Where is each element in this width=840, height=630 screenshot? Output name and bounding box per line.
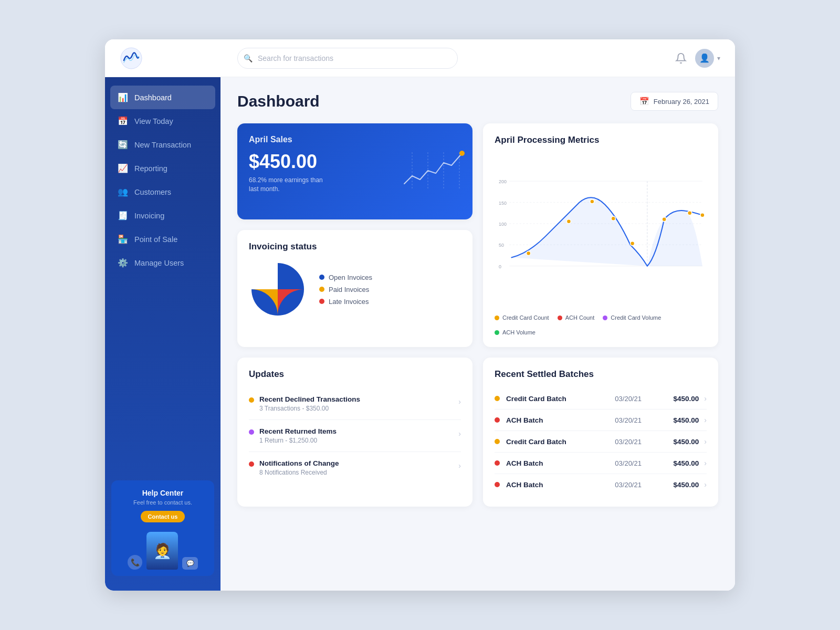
batch-date: 03/20/21 (615, 395, 657, 403)
sidebar-item-customers[interactable]: 👥 Customers (105, 180, 220, 204)
chevron-right-icon: › (704, 480, 707, 489)
sidebar-item-label: Manage Users (134, 259, 184, 267)
svg-text:0: 0 (499, 264, 501, 269)
search-icon: 🔍 (244, 54, 253, 62)
date-text: February 26, 2021 (654, 98, 709, 106)
chevron-right-icon: › (458, 429, 461, 438)
search-bar: 🔍 (237, 48, 458, 69)
chevron-right-icon: › (458, 397, 461, 406)
batch-name: ACH Batch (506, 481, 615, 489)
date-badge[interactable]: 📅 February 26, 2021 (631, 92, 718, 111)
batch-row[interactable]: Credit Card Batch 03/20/21 $450.00 › (495, 388, 707, 410)
chevron-right-icon: › (704, 416, 707, 424)
updates-title: Updates (249, 369, 461, 380)
batch-amount: $450.00 (657, 416, 699, 424)
sidebar-item-point-of-sale[interactable]: 🏪 Point of Sale (105, 227, 220, 251)
help-center-title: Help Center (118, 489, 208, 497)
update-item-returned[interactable]: Recent Returned Items 1 Return - $1,250.… (249, 420, 461, 452)
svg-point-18 (566, 219, 571, 224)
user-avatar-wrap[interactable]: 👤 ▾ (695, 49, 720, 68)
svg-point-22 (662, 217, 666, 222)
sidebar-item-label: Customers (134, 188, 171, 196)
sidebar-item-view-today[interactable]: 📅 View Today (105, 109, 220, 133)
update-title: Notifications of Change (259, 459, 339, 467)
invoicing-title: Invoicing status (249, 242, 461, 252)
batch-row[interactable]: ACH Batch 03/20/21 $450.00 › (495, 474, 707, 495)
batch-dot (495, 396, 500, 401)
update-left: Recent Returned Items 1 Return - $1,250.… (249, 427, 337, 444)
legend-credit-card-volume: Credit Card Volume (603, 314, 661, 321)
invoicing-body: Open Invoices Paid Invoices Late Invoice… (249, 260, 461, 318)
metrics-title: April Processing Metrics (495, 135, 707, 145)
processing-metrics-card: April Processing Metrics 200 150 100 50 … (483, 123, 718, 347)
batch-name: ACH Batch (506, 459, 615, 467)
april-sales-title: April Sales (249, 135, 461, 144)
avatar: 👤 (695, 49, 714, 68)
update-sub: 8 Notifications Received (259, 469, 339, 476)
sidebar-item-label: Invoicing (134, 212, 164, 220)
sidebar-item-manage-users[interactable]: ⚙️ Manage Users (105, 251, 220, 275)
search-input[interactable] (237, 48, 458, 69)
legend-ach-volume: ACH Volume (495, 329, 536, 335)
svg-point-21 (631, 242, 635, 246)
sidebar-item-dashboard[interactable]: 📊 Dashboard (110, 86, 215, 109)
update-item-declined[interactable]: Recent Declined Transactions 3 Transacti… (249, 388, 461, 420)
chevron-right-icon: › (458, 461, 461, 470)
pos-icon: 🏪 (118, 234, 128, 244)
reporting-icon: 📈 (118, 163, 128, 173)
sidebar: 📊 Dashboard 📅 View Today 🔄 New Transacti… (105, 77, 220, 591)
sidebar-item-new-transaction[interactable]: 🔄 New Transaction (105, 133, 220, 156)
legend-credit-card-count: Credit Card Count (495, 314, 549, 321)
batch-amount: $450.00 (657, 481, 699, 489)
april-sales-subtitle: 68.2% more earnings than last month. (249, 176, 333, 194)
chart-legend: Credit Card Count ACH Count Credit Card … (495, 314, 707, 335)
batch-row[interactable]: ACH Batch 03/20/21 $450.00 › (495, 410, 707, 431)
svg-text:150: 150 (499, 201, 507, 206)
updates-card: Updates Recent Declined Transactions 3 T… (237, 358, 472, 507)
updates-list: Recent Declined Transactions 3 Transacti… (249, 388, 461, 484)
help-illustration: 📞 🧑‍💼 💬 (118, 528, 208, 570)
app-container: 🔍 👤 ▾ 📊 Dashboard 📅 (105, 39, 735, 591)
batch-row[interactable]: Credit Card Batch 03/20/21 $450.00 › (495, 431, 707, 453)
main-content: Dashboard 📅 February 26, 2021 April Sale… (220, 77, 735, 591)
legend-paid-invoices: Paid Invoices (319, 286, 372, 293)
svg-text:100: 100 (499, 222, 507, 227)
sidebar-item-label: View Today (134, 117, 173, 125)
batch-date: 03/20/21 (615, 438, 657, 446)
update-title: Recent Declined Transactions (259, 395, 360, 403)
sidebar-item-label: New Transaction (134, 141, 191, 149)
logo-area (120, 47, 225, 70)
batch-dot (495, 439, 500, 444)
batch-row[interactable]: ACH Batch 03/20/21 $450.00 › (495, 453, 707, 474)
batch-dot (495, 482, 500, 487)
chevron-down-icon: ▾ (717, 55, 720, 62)
notification-icon[interactable] (675, 52, 687, 64)
chevron-right-icon: › (704, 459, 707, 467)
batches-card: Recent Settled Batches Credit Card Batch… (483, 358, 718, 507)
update-text: Recent Declined Transactions 3 Transacti… (259, 395, 360, 412)
update-text: Notifications of Change 8 Notifications … (259, 459, 339, 476)
sidebar-item-reporting[interactable]: 📈 Reporting (105, 156, 220, 180)
batch-date: 03/20/21 (615, 459, 657, 467)
april-sales-card: April Sales $450.00 68.2% more earnings … (237, 123, 472, 219)
batch-amount: $450.00 (657, 438, 699, 446)
batch-date: 03/20/21 (615, 416, 657, 424)
contact-us-button[interactable]: Contact us (141, 511, 185, 522)
update-title: Recent Returned Items (259, 427, 337, 435)
pie-chart (249, 260, 307, 318)
transaction-icon: 🔄 (118, 140, 128, 150)
sidebar-item-label: Reporting (134, 164, 167, 173)
help-center-subtitle: Feel free to contact us. (118, 499, 208, 506)
update-left: Notifications of Change 8 Notifications … (249, 459, 339, 476)
batch-name: ACH Batch (506, 416, 615, 424)
update-sub: 3 Transactions - $350.00 (259, 405, 360, 412)
legend-late-invoices: Late Invoices (319, 298, 372, 306)
sidebar-item-invoicing[interactable]: 🧾 Invoicing (105, 204, 220, 227)
update-dot (249, 397, 254, 403)
chat-icon: 💬 (182, 557, 198, 570)
batch-amount: $450.00 (657, 459, 699, 467)
april-sales-chart (399, 147, 467, 196)
manage-users-icon: ⚙️ (118, 258, 128, 268)
chevron-right-icon: › (704, 437, 707, 446)
update-item-notifications[interactable]: Notifications of Change 8 Notifications … (249, 452, 461, 484)
